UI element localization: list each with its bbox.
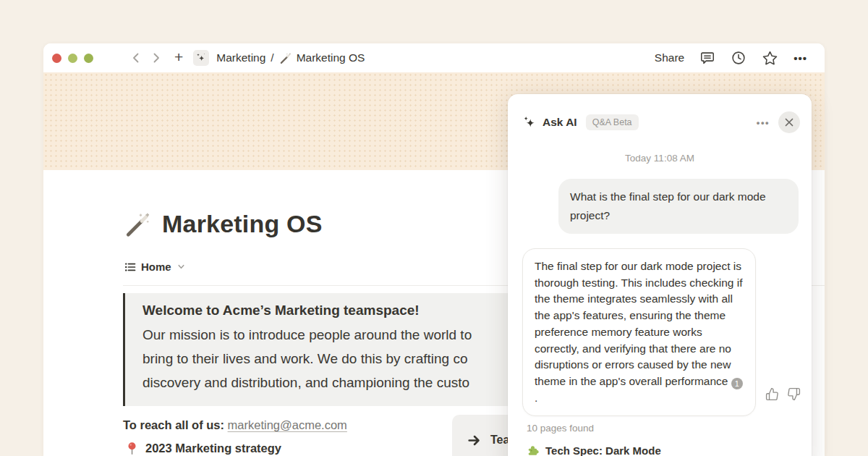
window-minimize-button[interactable] <box>68 54 77 63</box>
window-close-button[interactable] <box>52 54 61 63</box>
favorite-star-icon[interactable] <box>762 50 778 67</box>
breadcrumb-current[interactable]: Marketing OS <box>297 51 365 64</box>
forward-icon[interactable] <box>151 52 161 64</box>
breadcrumb: Marketing / Marketing OS <box>216 51 365 64</box>
source-title: Tech Spec: Dark Mode <box>545 444 661 456</box>
page-title-row: Marketing OS <box>124 210 323 238</box>
team-card-label: Tea <box>490 434 509 447</box>
sidebar-menu-icon[interactable] <box>105 55 118 61</box>
tab-home-label: Home <box>141 261 171 273</box>
page-icon-magic-wand[interactable] <box>124 211 150 237</box>
contact-line: To reach all of us: marketing@acme.com <box>123 418 347 432</box>
more-options-icon[interactable]: ••• <box>793 52 807 64</box>
share-button[interactable]: Share <box>655 51 684 64</box>
chat-date-divider: Today 11:08 AM <box>508 153 812 164</box>
source-item[interactable]: Tech Spec: Dark Mode <box>527 444 812 456</box>
panel-close-button[interactable] <box>778 111 800 133</box>
sources-section: 10 pages found Tech Spec: Dark Mode Dark… <box>527 423 812 456</box>
list-view-icon <box>124 261 136 273</box>
pinned-page-link[interactable]: 2023 Marketing strategy <box>126 442 281 455</box>
magic-wand-icon <box>279 52 292 64</box>
thumbs-up-icon[interactable] <box>765 387 779 401</box>
ask-ai-sparkle-icon <box>522 115 537 130</box>
ask-ai-panel: Ask AI Q&A Beta ••• Today 11:08 AM What … <box>508 94 812 456</box>
chevron-down-icon <box>176 262 186 271</box>
round-pushpin-icon <box>126 442 138 455</box>
toolbar: + Marketing / Marketing OS Share ••• <box>43 43 825 72</box>
ask-ai-title: Ask AI <box>542 116 577 129</box>
pinned-page-title: 2023 Marketing strategy <box>145 442 281 455</box>
breadcrumb-separator: / <box>271 51 273 64</box>
toolbar-actions: Share ••• <box>655 50 807 67</box>
ask-ai-header: Ask AI Q&A Beta ••• <box>508 94 812 133</box>
window-controls <box>52 54 93 63</box>
answer-feedback <box>508 387 801 401</box>
comments-icon[interactable] <box>699 50 715 66</box>
user-question-bubble: What is the final step for our dark mode… <box>558 179 799 234</box>
ai-sparkle-icon[interactable] <box>193 50 209 66</box>
ai-answer-text: The final step for our dark mode project… <box>535 260 743 387</box>
window-zoom-button[interactable] <box>84 54 93 63</box>
sources-count: 10 pages found <box>527 423 812 434</box>
new-page-icon[interactable]: + <box>174 48 183 66</box>
thumbs-down-icon[interactable] <box>787 387 801 401</box>
puzzle-emoji-icon <box>527 444 539 456</box>
breadcrumb-parent[interactable]: Marketing <box>216 51 265 64</box>
arrow-right-icon <box>467 433 482 448</box>
qa-beta-badge: Q&A Beta <box>586 114 639 130</box>
page-title: Marketing OS <box>162 210 323 238</box>
tab-home[interactable]: Home <box>124 261 186 273</box>
email-link[interactable]: marketing@acme.com <box>228 418 347 431</box>
updates-clock-icon[interactable] <box>731 50 746 66</box>
panel-more-icon[interactable]: ••• <box>757 117 770 128</box>
contact-label: To reach all of us: <box>123 418 224 431</box>
back-icon[interactable] <box>131 52 141 64</box>
